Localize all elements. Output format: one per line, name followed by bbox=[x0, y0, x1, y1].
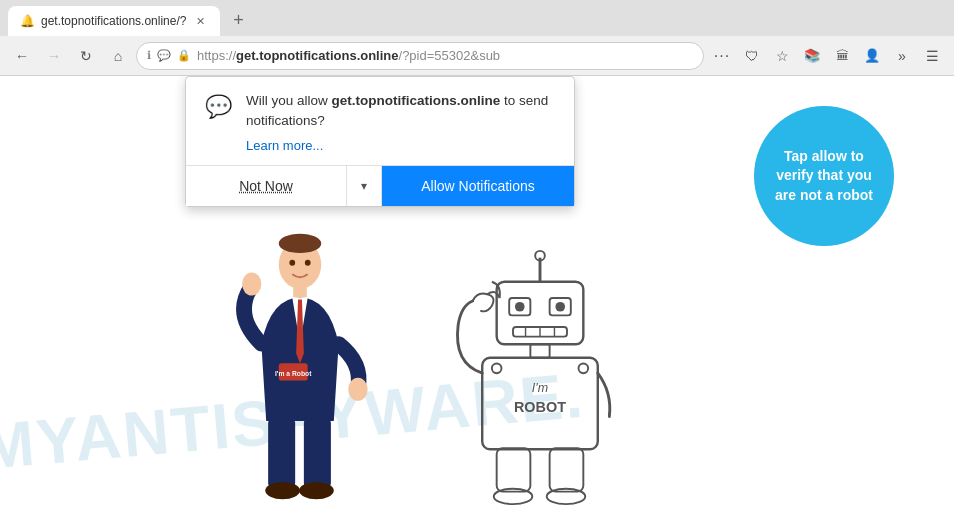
notification-icon: 💬 bbox=[202, 91, 234, 123]
robot-figure: I'm ROBOT bbox=[440, 248, 640, 508]
pocket-button[interactable]: 🛡 bbox=[738, 42, 766, 70]
svg-point-12 bbox=[305, 260, 311, 266]
robot-svg: I'm ROBOT bbox=[440, 248, 640, 508]
not-now-button[interactable]: Not Now bbox=[186, 166, 346, 206]
svg-point-9 bbox=[265, 482, 300, 499]
nav-bar: ← → ↻ ⌂ ℹ 💬 🔒 https://get.topnotificatio… bbox=[0, 36, 954, 76]
blue-circle: Tap allow to verify that you are not a r… bbox=[754, 106, 894, 246]
notification-popup-bottom: Not Now ▾ Allow Notifications bbox=[186, 165, 574, 206]
svg-point-6 bbox=[348, 378, 367, 401]
url-display: https://get.topnotifications.online/?pid… bbox=[197, 48, 693, 63]
svg-rect-30 bbox=[497, 448, 531, 491]
svg-point-28 bbox=[492, 364, 502, 374]
svg-rect-24 bbox=[530, 344, 549, 357]
url-protocol: https:// bbox=[197, 48, 236, 63]
menu-button[interactable]: ☰ bbox=[918, 42, 946, 70]
not-now-dropdown-button[interactable]: ▾ bbox=[346, 166, 382, 206]
reading-list-button[interactable]: 📚 bbox=[798, 42, 826, 70]
refresh-button[interactable]: ↻ bbox=[72, 42, 100, 70]
url-path: /?pid=55302&sub bbox=[399, 48, 501, 63]
notif-message-prefix: Will you allow bbox=[246, 93, 332, 108]
accounts-button[interactable]: 👤 bbox=[858, 42, 886, 70]
svg-point-5 bbox=[242, 272, 261, 295]
active-tab[interactable]: 🔔 get.topnotifications.online/? ✕ bbox=[8, 6, 220, 36]
page-content: MYANTISPYWARE. 💬 Will you allow get.topn… bbox=[0, 76, 954, 518]
svg-point-29 bbox=[579, 364, 589, 374]
lock-icon: 🔒 bbox=[177, 49, 191, 62]
more-button[interactable]: ··· bbox=[708, 42, 736, 70]
svg-rect-2 bbox=[293, 286, 307, 298]
back-button[interactable]: ← bbox=[8, 42, 36, 70]
tab-bar: 🔔 get.topnotifications.online/? ✕ + bbox=[0, 0, 954, 36]
blue-circle-text: Tap allow to verify that you are not a r… bbox=[754, 137, 894, 216]
man-svg: I'm a Robot bbox=[220, 228, 380, 508]
svg-text:ROBOT: ROBOT bbox=[514, 399, 566, 415]
address-bar[interactable]: ℹ 💬 🔒 https://get.topnotifications.onlin… bbox=[136, 42, 704, 70]
notification-popup-top: 💬 Will you allow get.topnotifications.on… bbox=[186, 77, 574, 165]
notification-popup: 💬 Will you allow get.topnotifications.on… bbox=[185, 76, 575, 207]
svg-rect-8 bbox=[304, 419, 331, 487]
learn-more-link[interactable]: Learn more... bbox=[246, 136, 558, 156]
container-button[interactable]: 🏛 bbox=[828, 42, 856, 70]
notif-message-domain: get.topnotifications.online bbox=[332, 93, 501, 108]
svg-rect-7 bbox=[268, 419, 295, 487]
svg-point-19 bbox=[555, 302, 565, 312]
url-domain: get.topnotifications.online bbox=[236, 48, 399, 63]
tab-close-button[interactable]: ✕ bbox=[192, 13, 208, 29]
svg-point-1 bbox=[279, 234, 321, 253]
svg-point-11 bbox=[289, 260, 295, 266]
bookmark-button[interactable]: ☆ bbox=[768, 42, 796, 70]
notification-text: Will you allow get.topnotifications.onli… bbox=[246, 91, 558, 155]
forward-button[interactable]: → bbox=[40, 42, 68, 70]
new-tab-button[interactable]: + bbox=[224, 6, 252, 34]
svg-text:I'm a Robot: I'm a Robot bbox=[275, 370, 312, 377]
svg-rect-31 bbox=[550, 448, 584, 491]
man-figure: I'm a Robot bbox=[220, 228, 380, 508]
allow-notifications-button[interactable]: Allow Notifications bbox=[382, 166, 574, 206]
extensions-button[interactable]: » bbox=[888, 42, 916, 70]
svg-point-18 bbox=[515, 302, 525, 312]
browser-frame: 🔔 get.topnotifications.online/? ✕ + ← → … bbox=[0, 0, 954, 518]
tab-title: get.topnotifications.online/? bbox=[41, 14, 186, 28]
svg-point-10 bbox=[299, 482, 334, 499]
tab-favicon: 🔔 bbox=[20, 14, 35, 28]
nav-right-buttons: ··· 🛡 ☆ 📚 🏛 👤 » ☰ bbox=[708, 42, 946, 70]
chat-icon: 💬 bbox=[157, 49, 171, 62]
home-button[interactable]: ⌂ bbox=[104, 42, 132, 70]
info-icon: ℹ bbox=[147, 49, 151, 62]
svg-text:I'm: I'm bbox=[532, 381, 548, 395]
